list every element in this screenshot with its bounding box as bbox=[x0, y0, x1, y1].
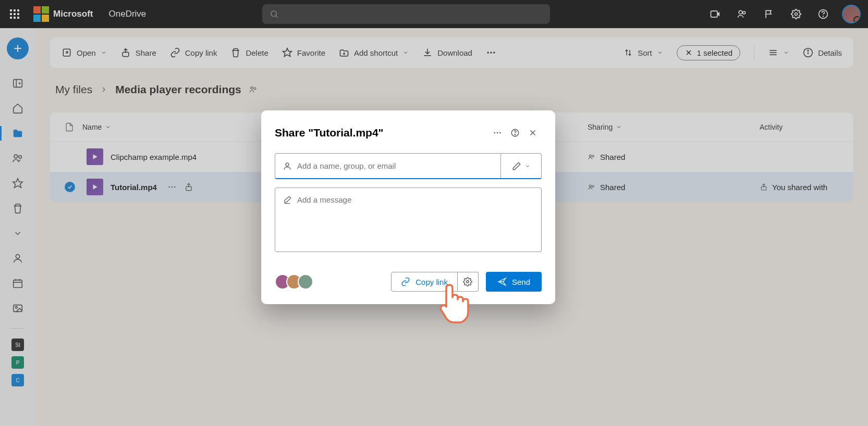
copy-link-button[interactable]: Copy link bbox=[391, 272, 458, 292]
close-icon[interactable] bbox=[684, 48, 693, 57]
people-icon[interactable] bbox=[249, 85, 258, 94]
selection-pill[interactable]: 1 selected bbox=[677, 45, 740, 60]
nav-expand-icon[interactable] bbox=[5, 222, 30, 245]
settings-icon[interactable] bbox=[784, 2, 809, 27]
shared-with-avatars[interactable] bbox=[275, 274, 313, 290]
message-input[interactable] bbox=[297, 195, 534, 244]
dialog-help-button[interactable] bbox=[506, 124, 524, 142]
nav-calendar-icon[interactable] bbox=[5, 272, 30, 295]
dialog-title: Share "Tutorial.mp4" bbox=[275, 127, 488, 139]
shared-icon bbox=[588, 153, 596, 161]
topbar: Microsoft OneDrive bbox=[0, 0, 868, 28]
breadcrumb-root[interactable]: My files bbox=[55, 83, 92, 96]
delete-button[interactable]: Delete bbox=[230, 47, 268, 58]
share-icon[interactable] bbox=[184, 182, 193, 192]
svg-point-50 bbox=[592, 185, 594, 187]
favorite-button[interactable]: Favorite bbox=[282, 47, 325, 58]
details-button[interactable]: Details bbox=[803, 47, 842, 58]
nav-favorites-icon[interactable] bbox=[5, 172, 30, 195]
svg-rect-2 bbox=[711, 11, 718, 17]
star-icon bbox=[282, 47, 292, 58]
download-button[interactable]: Download bbox=[422, 47, 472, 58]
sort-icon bbox=[624, 48, 633, 57]
more-icon[interactable] bbox=[167, 182, 177, 192]
app-tile-p[interactable]: P bbox=[11, 356, 24, 369]
column-sharing[interactable]: Sharing bbox=[588, 123, 760, 131]
svg-point-39 bbox=[251, 87, 253, 90]
app-tile-st[interactable]: St bbox=[11, 339, 24, 351]
permission-dropdown[interactable] bbox=[500, 154, 541, 178]
breadcrumb-current: Media player recordings bbox=[115, 83, 241, 96]
svg-point-4 bbox=[743, 11, 745, 14]
column-name[interactable]: Name bbox=[82, 123, 111, 131]
brand-text: Microsoft bbox=[53, 9, 93, 19]
svg-point-52 bbox=[494, 132, 495, 134]
recipient-input[interactable] bbox=[297, 161, 493, 170]
teams-icon[interactable] bbox=[729, 2, 754, 27]
delete-label: Delete bbox=[246, 48, 268, 57]
nav-layout-icon[interactable] bbox=[5, 72, 30, 95]
add-shortcut-button[interactable]: Add shortcut bbox=[339, 47, 409, 58]
share-button[interactable]: Share bbox=[120, 47, 156, 58]
more-icon bbox=[486, 47, 496, 58]
dialog-close-button[interactable] bbox=[524, 124, 542, 142]
nav-photos-icon[interactable] bbox=[5, 297, 30, 320]
download-label: Download bbox=[437, 48, 472, 57]
column-activity[interactable]: Activity bbox=[760, 123, 853, 131]
nav-files-icon[interactable] bbox=[5, 122, 30, 145]
sort-button[interactable]: Sort bbox=[624, 48, 663, 57]
svg-rect-17 bbox=[14, 280, 22, 288]
chevron-down-icon bbox=[402, 49, 409, 56]
svg-marker-44 bbox=[93, 184, 97, 189]
nav-home-icon[interactable] bbox=[5, 97, 30, 120]
file-header-icon[interactable] bbox=[65, 121, 74, 133]
share-dialog: Share "Tutorial.mp4" bbox=[261, 110, 555, 304]
message-box bbox=[275, 187, 542, 252]
user-avatar[interactable] bbox=[842, 5, 861, 23]
chevron-down-icon bbox=[616, 124, 622, 130]
meet-now-icon[interactable] bbox=[702, 2, 727, 27]
left-rail: St P C bbox=[0, 28, 35, 426]
open-menu[interactable]: Open bbox=[62, 47, 107, 58]
dialog-more-button[interactable] bbox=[488, 124, 506, 142]
nav-recycle-icon[interactable] bbox=[5, 197, 30, 220]
search-input[interactable] bbox=[262, 4, 550, 24]
app-tile-c[interactable]: C bbox=[11, 374, 24, 386]
nav-shared-icon[interactable] bbox=[5, 147, 30, 170]
svg-point-45 bbox=[168, 186, 170, 188]
link-icon bbox=[401, 277, 410, 286]
activity-text: You shared with bbox=[772, 183, 827, 192]
add-new-button[interactable] bbox=[7, 37, 29, 59]
open-icon bbox=[62, 47, 72, 58]
chevron-down-icon bbox=[524, 163, 531, 169]
breadcrumb: My files Media player recordings bbox=[55, 83, 853, 96]
more-button[interactable] bbox=[486, 47, 496, 58]
row-checkbox[interactable] bbox=[65, 182, 75, 192]
help-icon[interactable] bbox=[811, 2, 836, 27]
link-settings-button[interactable] bbox=[458, 272, 479, 292]
svg-point-40 bbox=[254, 87, 256, 90]
waffle-icon bbox=[10, 9, 19, 19]
recipient-row bbox=[275, 153, 542, 179]
svg-point-30 bbox=[493, 52, 495, 53]
open-label: Open bbox=[77, 48, 96, 57]
app-launcher-button[interactable] bbox=[7, 7, 22, 21]
svg-point-7 bbox=[823, 16, 824, 17]
svg-point-53 bbox=[497, 132, 498, 134]
svg-point-5 bbox=[795, 13, 798, 16]
nav-people-icon[interactable] bbox=[5, 247, 30, 270]
svg-point-12 bbox=[19, 83, 20, 84]
person-icon bbox=[283, 161, 292, 171]
app-name[interactable]: OneDrive bbox=[109, 9, 146, 19]
shortcut-icon bbox=[339, 47, 349, 58]
view-switcher[interactable] bbox=[768, 47, 789, 58]
chevron-down-icon bbox=[783, 49, 789, 56]
copy-link-button[interactable]: Copy link bbox=[170, 47, 217, 58]
svg-point-16 bbox=[16, 255, 19, 258]
svg-point-38 bbox=[808, 50, 809, 51]
gear-icon bbox=[463, 277, 472, 286]
svg-rect-10 bbox=[14, 80, 22, 87]
send-label: Send bbox=[512, 278, 530, 286]
send-button[interactable]: Send bbox=[486, 272, 542, 292]
flag-icon[interactable] bbox=[756, 2, 781, 27]
